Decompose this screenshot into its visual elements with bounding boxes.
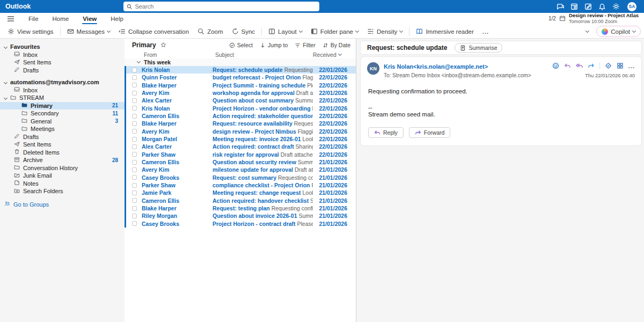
immersive-reader-button[interactable]: Immersive reader xyxy=(412,26,478,38)
sidebar-item-favourites-sent[interactable]: Sent Items xyxy=(0,58,125,67)
message-row[interactable]: Blake Harper Project Summit - training s… xyxy=(125,82,356,89)
jump-to-button[interactable]: Jump to xyxy=(260,42,288,48)
select-button[interactable]: Select xyxy=(229,42,253,48)
settings-gear-icon[interactable] xyxy=(609,0,623,13)
filter-button[interactable]: Filter xyxy=(295,42,315,48)
sort-by-date-button[interactable]: By Date xyxy=(323,42,350,48)
message-row[interactable]: Avery Kim design review - Project Nimbus… xyxy=(125,128,356,135)
message-row[interactable]: Kris Nolan Request: schedule update Requ… xyxy=(125,66,356,74)
sidebar-item-drafts[interactable]: Drafts xyxy=(0,133,125,141)
message-checkbox[interactable] xyxy=(132,175,137,180)
chevron-down-icon[interactable] xyxy=(137,60,141,63)
menu-file[interactable]: File xyxy=(21,13,46,25)
ribbon-overflow-button[interactable]: ... xyxy=(478,26,493,38)
message-checkbox[interactable] xyxy=(132,221,137,226)
search-bar[interactable] xyxy=(123,2,319,11)
message-checkbox[interactable] xyxy=(132,121,137,126)
calendar-peek[interactable]: 1/2 Design review - Project Atlas Tomorr… xyxy=(548,13,644,24)
column-from[interactable]: From xyxy=(144,52,215,58)
message-row[interactable]: Parker Shaw risk register for approval D… xyxy=(125,151,356,158)
notes-app-icon[interactable] xyxy=(581,0,595,13)
message-checkbox[interactable] xyxy=(132,191,137,195)
user-avatar[interactable]: SA xyxy=(627,2,636,11)
app-logo[interactable]: Outlook xyxy=(0,3,123,10)
sidebar-item-deleted-items[interactable]: Deleted Items xyxy=(0,149,125,157)
message-row[interactable]: Casey Brooks Project Horizon - contract … xyxy=(125,220,356,228)
checkmark-diamond-icon[interactable] xyxy=(605,62,612,69)
message-row[interactable]: Quinn Foster budget reforecast - Project… xyxy=(125,74,356,81)
forward-button[interactable]: Forward xyxy=(409,127,451,138)
chevron-down-icon[interactable] xyxy=(4,45,8,49)
message-row[interactable]: Kris Nolan Project Horizon - vendor onbo… xyxy=(125,105,356,112)
reply-all-icon[interactable] xyxy=(576,62,583,69)
sidebar-folder-primary[interactable]: Primary 21 xyxy=(0,102,125,110)
menu-home[interactable]: Home xyxy=(46,13,76,25)
message-row[interactable]: Parker Shaw compliance checklist - Proje… xyxy=(125,181,356,189)
sender-name[interactable]: Kris Nolan<kris.nolan@example.net> xyxy=(384,62,531,71)
copilot-button[interactable]: Copilot xyxy=(596,26,641,37)
message-row[interactable]: Cameron Ellis Question about security re… xyxy=(125,158,356,166)
message-checkbox[interactable] xyxy=(132,106,137,111)
chevron-down-icon[interactable] xyxy=(4,80,8,84)
message-row[interactable]: Avery Kim workshop agenda for approval D… xyxy=(125,89,356,97)
more-actions-icon[interactable]: ... xyxy=(628,63,635,69)
reactions-smiley-icon[interactable] xyxy=(552,62,559,69)
message-row[interactable]: Blake Harper Request: resource availabil… xyxy=(125,120,356,127)
sidebar-account-header[interactable]: automations@tmyadvisory.com xyxy=(0,78,125,86)
sidebar-item-favourites-inbox[interactable]: Inbox xyxy=(0,51,125,59)
message-checkbox[interactable] xyxy=(132,114,137,119)
sidebar-folder-general[interactable]: General 3 xyxy=(0,118,125,126)
reply-icon[interactable] xyxy=(564,62,571,69)
sidebar-item-favourites-drafts[interactable]: Drafts xyxy=(0,67,125,75)
apps-grid-icon[interactable] xyxy=(617,62,624,69)
message-row[interactable]: Alex Carter Action required: contract dr… xyxy=(125,143,356,150)
menu-view[interactable]: View xyxy=(76,13,104,25)
message-row[interactable]: Jamie Park Meeting request: change reque… xyxy=(125,189,356,196)
message-checkbox[interactable] xyxy=(132,75,137,80)
view-settings-button[interactable]: View settings xyxy=(3,26,58,38)
sidebar-item-conversation-history[interactable]: Conversation History xyxy=(0,164,125,172)
sidebar-item-notes[interactable]: Notes xyxy=(0,180,125,188)
column-subject[interactable]: Subject xyxy=(215,52,313,58)
sync-button[interactable]: Sync xyxy=(228,26,260,38)
search-input[interactable] xyxy=(135,3,316,10)
summarise-button[interactable]: Summarise xyxy=(455,43,502,53)
calendar-app-icon[interactable] xyxy=(567,0,581,13)
message-checkbox[interactable] xyxy=(132,68,137,72)
sidebar-item-search-folders[interactable]: Search Folders xyxy=(0,187,125,195)
message-checkbox[interactable] xyxy=(132,183,137,188)
column-received[interactable]: Received xyxy=(313,52,356,58)
sidebar-item-sent-items[interactable]: Sent Items xyxy=(0,141,125,149)
zoom-button[interactable]: Zoom xyxy=(193,26,227,38)
message-checkbox[interactable] xyxy=(132,129,137,134)
sidebar-item-archive[interactable]: Archive 28 xyxy=(0,156,125,164)
message-checkbox[interactable] xyxy=(132,167,137,172)
menu-help[interactable]: Help xyxy=(104,13,130,25)
message-checkbox[interactable] xyxy=(132,160,137,165)
message-checkbox[interactable] xyxy=(132,152,137,157)
density-dropdown[interactable]: Density xyxy=(363,26,407,38)
message-row[interactable]: Morgan Patel Meeting request: invoice 20… xyxy=(125,135,356,143)
message-checkbox[interactable] xyxy=(132,198,137,203)
message-row[interactable]: Cameron Ellis Action required: handover … xyxy=(125,197,356,204)
message-checkbox[interactable] xyxy=(132,83,137,87)
chat-icon[interactable] xyxy=(553,0,567,13)
message-row[interactable]: Avery Kim milestone update for approval … xyxy=(125,166,356,173)
bell-icon[interactable] xyxy=(595,0,609,13)
sidebar-folder-stream[interactable]: STREAM xyxy=(0,94,125,102)
message-row[interactable]: Blake Harper Request: testing plan Reque… xyxy=(125,204,356,212)
sidebar-item-junk-email[interactable]: Junk Email xyxy=(0,172,125,180)
message-row[interactable]: Cameron Ellis Action required: stakehold… xyxy=(125,112,356,120)
sidebar-section-favourites[interactable]: Favourites xyxy=(0,43,125,51)
message-row[interactable]: Alex Carter Question about cost summary … xyxy=(125,97,356,104)
message-checkbox[interactable] xyxy=(132,144,137,149)
message-checkbox[interactable] xyxy=(132,98,137,103)
message-checkbox[interactable] xyxy=(132,91,137,96)
sidebar-folder-secondary[interactable]: Secondary 11 xyxy=(0,109,125,118)
group-header-this-week[interactable]: This week xyxy=(125,58,356,66)
star-icon[interactable] xyxy=(160,40,166,50)
message-checkbox[interactable] xyxy=(132,137,137,142)
sidebar-item-inbox[interactable]: Inbox xyxy=(0,86,125,94)
message-row[interactable]: Casey Brooks Request: cost summary Reque… xyxy=(125,174,356,181)
collapse-conversation-button[interactable]: Collapse conversation xyxy=(114,26,193,38)
